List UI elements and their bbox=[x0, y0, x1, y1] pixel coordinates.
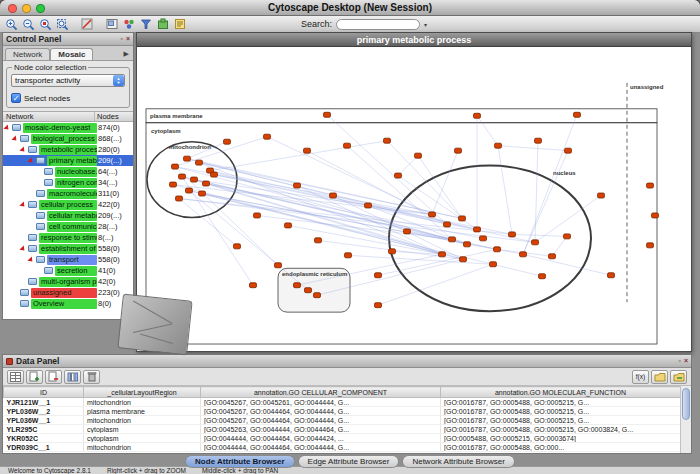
network-edge[interactable] bbox=[498, 146, 512, 235]
network-node[interactable] bbox=[574, 112, 581, 117]
network-node[interactable] bbox=[490, 262, 497, 267]
expander-icon[interactable] bbox=[20, 201, 27, 208]
expander-icon[interactable] bbox=[20, 245, 27, 252]
column-network[interactable]: Network bbox=[3, 112, 95, 121]
network-node[interactable] bbox=[250, 283, 257, 288]
table-scrollbar[interactable] bbox=[680, 386, 691, 453]
network-node[interactable] bbox=[535, 138, 542, 143]
column-header-2[interactable]: annotation.GO CELLULAR_COMPONENT bbox=[201, 387, 441, 398]
network-node[interactable] bbox=[345, 253, 352, 258]
network-node[interactable] bbox=[495, 143, 502, 148]
network-node[interactable] bbox=[344, 143, 351, 148]
network-node[interactable] bbox=[384, 138, 391, 143]
column-header-0[interactable]: ID bbox=[4, 387, 84, 398]
create-attribute-button[interactable] bbox=[26, 370, 43, 384]
network-edge[interactable] bbox=[202, 194, 523, 255]
tree-row-biological-process[interactable]: biological_process868(...) bbox=[3, 133, 133, 144]
zoom-fit-button[interactable] bbox=[54, 17, 70, 32]
table-row[interactable]: YJR121W__1mitochondrion[GO:0045267, GO:0… bbox=[4, 398, 681, 407]
network-node[interactable] bbox=[375, 303, 382, 308]
select-attributes-button[interactable] bbox=[7, 370, 24, 384]
network-edge[interactable] bbox=[523, 115, 577, 255]
network-node[interactable] bbox=[365, 203, 372, 208]
network-node[interactable] bbox=[415, 153, 422, 158]
network-node[interactable] bbox=[330, 193, 337, 198]
expander-icon[interactable] bbox=[28, 256, 35, 263]
network-node[interactable] bbox=[389, 249, 396, 254]
network-view-title[interactable]: primary metabolic process bbox=[137, 33, 691, 47]
tab-edge-attribute-browser[interactable]: Edge Attribute Browser bbox=[298, 455, 400, 468]
filter-button[interactable] bbox=[138, 17, 154, 32]
table-row[interactable]: YLR295Ccytoplasm[GO:0045263, GO:0044444,… bbox=[4, 425, 681, 434]
annotations-button[interactable] bbox=[172, 17, 188, 32]
network-edge[interactable] bbox=[512, 234, 567, 236]
network-node[interactable] bbox=[314, 293, 321, 298]
network-node[interactable] bbox=[294, 283, 301, 288]
network-node[interactable] bbox=[184, 156, 191, 161]
network-node[interactable] bbox=[285, 223, 292, 228]
network-node[interactable] bbox=[598, 193, 605, 198]
scrollbar-thumb[interactable] bbox=[682, 388, 690, 420]
network-node[interactable] bbox=[275, 263, 282, 268]
tree-row-mosaic-demo-yeast[interactable]: mosaic-demo-yeast874(0) bbox=[3, 122, 133, 133]
export-attributes-button[interactable] bbox=[670, 370, 687, 384]
network-edge[interactable] bbox=[552, 236, 567, 256]
tab-node-attribute-browser[interactable]: Node Attribute Browser bbox=[185, 455, 295, 468]
tab-network-attribute-browser[interactable]: Network Attribute Browser bbox=[402, 455, 514, 468]
delete-row-button[interactable] bbox=[83, 370, 100, 384]
birdseye-view-button[interactable] bbox=[104, 17, 120, 32]
search-options-button[interactable]: ▾ bbox=[421, 21, 430, 28]
network-node[interactable] bbox=[444, 222, 451, 227]
tree-row-metabolic-process[interactable]: metabolic process280(0) bbox=[3, 144, 133, 155]
node-color-dropdown[interactable]: transporter activity ▲▼ bbox=[11, 74, 125, 87]
tree-row-primary-metabo-[interactable]: primary metabo...209(...) bbox=[3, 155, 133, 166]
title-bar[interactable]: Cytoscape Desktop (New Session) bbox=[0, 0, 700, 16]
network-node[interactable] bbox=[179, 174, 186, 179]
table-row[interactable]: YDR039C__1mitochondrion[GO:0044444, GO:0… bbox=[4, 443, 681, 452]
network-node[interactable] bbox=[539, 274, 546, 279]
network-node[interactable] bbox=[264, 134, 271, 139]
network-node[interactable] bbox=[494, 247, 501, 252]
delete-attribute-button[interactable] bbox=[45, 370, 62, 384]
network-node[interactable] bbox=[647, 183, 654, 188]
table-row[interactable]: YKR052Ccytoplasm[GO:0044444, GO:0044464,… bbox=[4, 434, 681, 443]
tree-row-unassigned[interactable]: unassigned223(0) bbox=[3, 287, 133, 298]
network-node[interactable] bbox=[652, 213, 659, 218]
network-node[interactable] bbox=[429, 212, 436, 217]
graphics-details-button[interactable] bbox=[79, 17, 95, 32]
network-edge[interactable] bbox=[179, 199, 237, 247]
tree-row-secretion[interactable]: secretion41(0) bbox=[3, 265, 133, 276]
network-edge[interactable] bbox=[307, 151, 447, 225]
close-panel-icon[interactable]: × bbox=[126, 35, 130, 43]
network-node[interactable] bbox=[480, 236, 487, 241]
tree-row-overview[interactable]: Overview8(0) bbox=[3, 298, 133, 309]
network-node[interactable] bbox=[224, 139, 231, 144]
column-header-1[interactable]: _cellularLayoutRegion bbox=[84, 387, 201, 398]
expander-icon[interactable] bbox=[4, 124, 11, 131]
modify-columns-button[interactable] bbox=[64, 370, 81, 384]
network-node[interactable] bbox=[186, 188, 193, 193]
network-edge[interactable] bbox=[477, 116, 498, 146]
import-attributes-button[interactable] bbox=[651, 370, 668, 384]
network-node[interactable] bbox=[474, 227, 481, 232]
tree-row-cell-communica-[interactable]: cell communica...28(...) bbox=[3, 221, 133, 232]
network-node[interactable] bbox=[211, 172, 218, 177]
search-input[interactable] bbox=[336, 19, 420, 30]
network-node[interactable] bbox=[509, 232, 516, 237]
network-node[interactable] bbox=[565, 148, 572, 153]
network-node[interactable] bbox=[449, 237, 456, 242]
zoom-selected-button[interactable] bbox=[37, 17, 53, 32]
network-edge[interactable] bbox=[535, 141, 538, 243]
network-node[interactable] bbox=[395, 173, 402, 178]
network-node[interactable] bbox=[196, 160, 203, 165]
zoom-window-button[interactable] bbox=[36, 4, 45, 13]
tree-row-multi-organism-pro[interactable]: multi-organism pro42(0) bbox=[3, 276, 133, 287]
tree-row-response-to-stimul[interactable]: response to stimul8(...) bbox=[3, 232, 133, 243]
network-node[interactable] bbox=[315, 238, 322, 243]
network-node[interactable] bbox=[305, 288, 312, 293]
tree-row-transport[interactable]: transport558(0) bbox=[3, 254, 133, 265]
network-edge[interactable] bbox=[398, 156, 418, 176]
expander-icon[interactable] bbox=[28, 157, 35, 164]
network-edge[interactable] bbox=[194, 180, 432, 215]
network-edge[interactable] bbox=[210, 141, 387, 171]
